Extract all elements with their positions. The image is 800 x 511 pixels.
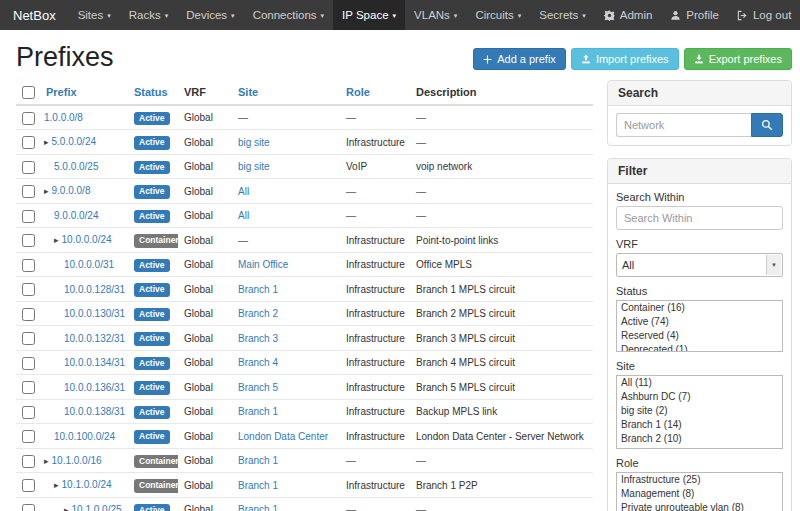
nav-logout[interactable]: Log out (728, 0, 800, 30)
nav-devices[interactable]: Devices▾ (177, 0, 243, 30)
filter-option[interactable]: big site (2) (617, 404, 782, 418)
status-cell: Active (128, 130, 178, 155)
prefix-link[interactable]: 9.0.0.0/24 (54, 210, 98, 221)
prefix-link[interactable]: 5.0.0.0/25 (54, 161, 98, 172)
expand-arrow-icon[interactable]: ▸ (64, 505, 69, 511)
row-checkbox[interactable] (22, 136, 35, 149)
site-link[interactable]: Branch 1 (238, 504, 278, 511)
filter-option[interactable]: Container (16) (617, 301, 782, 315)
filter-option[interactable]: Ashburn DC (7) (617, 390, 782, 404)
sort-prefix-header[interactable]: Prefix (46, 86, 77, 98)
nav-secrets[interactable]: Secrets▾ (530, 0, 595, 30)
site-link[interactable]: Main Office (238, 259, 288, 270)
prefix-link[interactable]: 1.0.0.0/8 (44, 112, 83, 123)
row-checkbox[interactable] (22, 234, 35, 247)
sort-status-header[interactable]: Status (134, 86, 168, 98)
row-checkbox[interactable] (22, 406, 35, 419)
site-link[interactable]: Branch 1 (238, 455, 278, 466)
prefix-link[interactable]: 10.0.100.0/24 (54, 431, 115, 442)
site-link[interactable]: Branch 5 (238, 382, 278, 393)
site-filter-listbox[interactable]: All (11)Ashburn DC (7)big site (2)Branch… (616, 375, 783, 449)
site-cell: Branch 5 (232, 375, 340, 400)
search-button[interactable] (751, 113, 783, 137)
status-cell: Active (128, 277, 178, 302)
sort-site-header[interactable]: Site (238, 86, 258, 98)
row-checkbox[interactable] (22, 455, 35, 468)
export-prefixes-button[interactable]: Export prefixes (684, 48, 792, 70)
filter-option[interactable]: Deprecated (1) (617, 343, 782, 352)
prefix-link[interactable]: 10.1.0.0/16 (52, 455, 102, 466)
site-link[interactable]: Branch 3 (238, 333, 278, 344)
filter-option[interactable]: Infrastructure (25) (617, 473, 782, 487)
prefix-link[interactable]: 5.0.0.0/24 (52, 136, 96, 147)
site-link[interactable]: All (238, 186, 249, 197)
expand-arrow-icon[interactable]: ▸ (54, 480, 59, 490)
filter-option[interactable]: All (11) (617, 376, 782, 390)
import-prefixes-button[interactable]: Import prefixes (571, 48, 679, 70)
row-checkbox[interactable] (22, 479, 35, 492)
site-link[interactable]: Branch 1 (238, 406, 278, 417)
nav-circuits[interactable]: Circuits▾ (466, 0, 530, 30)
prefix-link[interactable]: 10.0.0.138/31 (64, 406, 125, 417)
row-checkbox[interactable] (22, 161, 35, 174)
prefix-link[interactable]: 10.0.0.0/24 (62, 234, 112, 245)
site-link[interactable]: Branch 1 (238, 284, 278, 295)
prefix-link[interactable]: 10.0.0.130/31 (64, 308, 125, 319)
expand-arrow-icon[interactable]: ▸ (44, 137, 49, 147)
prefix-link[interactable]: 9.0.0.0/8 (52, 185, 91, 196)
site-link[interactable]: big site (238, 161, 270, 172)
search-input[interactable] (616, 113, 751, 137)
prefix-link[interactable]: 10.0.0.132/31 (64, 333, 125, 344)
row-checkbox[interactable] (22, 259, 35, 272)
row-checkbox[interactable] (22, 504, 35, 511)
prefix-link[interactable]: 10.1.0.0/25 (72, 504, 122, 511)
filter-option[interactable]: Private unrouteable vlan (8) (617, 501, 782, 511)
prefix-link[interactable]: 10.1.0.0/24 (62, 479, 112, 490)
row-checkbox[interactable] (22, 283, 35, 296)
prefix-link[interactable]: 10.0.0.128/31 (64, 284, 125, 295)
prefix-link[interactable]: 10.0.0.0/31 (64, 259, 114, 270)
expand-arrow-icon[interactable]: ▸ (44, 456, 49, 466)
row-checkbox[interactable] (22, 381, 35, 394)
site-link[interactable]: big site (238, 137, 270, 148)
row-checkbox[interactable] (22, 430, 35, 443)
nav-connections[interactable]: Connections▾ (244, 0, 333, 30)
description-header: Description (410, 80, 593, 105)
sort-role-header[interactable]: Role (346, 86, 370, 98)
site-link[interactable]: Branch 4 (238, 357, 278, 368)
status-filter-listbox[interactable]: Container (16)Active (74)Reserved (4)Dep… (616, 300, 783, 352)
nav-vlans[interactable]: VLANs▾ (405, 0, 466, 30)
expand-arrow-icon[interactable]: ▸ (54, 235, 59, 245)
select-all-checkbox[interactable] (22, 86, 35, 99)
vrf-select[interactable]: All ▼ (616, 253, 783, 277)
app-brand[interactable]: NetBox (0, 0, 69, 30)
row-checkbox[interactable] (22, 210, 35, 223)
filter-option[interactable]: Management (8) (617, 487, 782, 501)
filter-option[interactable]: Active (74) (617, 315, 782, 329)
site-link[interactable]: All (238, 210, 249, 221)
nav-profile[interactable]: Profile (661, 0, 728, 30)
nav-ip-space[interactable]: IP Space▾ (333, 0, 405, 30)
filter-option[interactable]: Branch 3 (6) (617, 446, 782, 449)
filter-option[interactable]: Branch 2 (10) (617, 432, 782, 446)
filter-option[interactable]: Reserved (4) (617, 329, 782, 343)
site-link[interactable]: London Data Center (238, 431, 328, 442)
row-checkbox[interactable] (22, 185, 35, 198)
nav-admin[interactable]: Admin (595, 0, 662, 30)
row-checkbox[interactable] (22, 112, 35, 125)
prefix-link[interactable]: 10.0.0.136/31 (64, 382, 125, 393)
status-cell: Active (128, 154, 178, 179)
row-checkbox[interactable] (22, 308, 35, 321)
site-link[interactable]: Branch 1 (238, 480, 278, 491)
filter-option[interactable]: Branch 1 (14) (617, 418, 782, 432)
expand-arrow-icon[interactable]: ▸ (44, 186, 49, 196)
row-checkbox[interactable] (22, 332, 35, 345)
nav-racks[interactable]: Racks▾ (120, 0, 177, 30)
search-within-input[interactable] (616, 206, 783, 230)
site-link[interactable]: Branch 2 (238, 308, 278, 319)
role-filter-listbox[interactable]: Infrastructure (25)Management (8)Private… (616, 472, 783, 511)
prefix-link[interactable]: 10.0.0.134/31 (64, 357, 125, 368)
add-prefix-button[interactable]: Add a prefix (473, 48, 566, 70)
row-checkbox[interactable] (22, 357, 35, 370)
nav-sites[interactable]: Sites▾ (69, 0, 120, 30)
